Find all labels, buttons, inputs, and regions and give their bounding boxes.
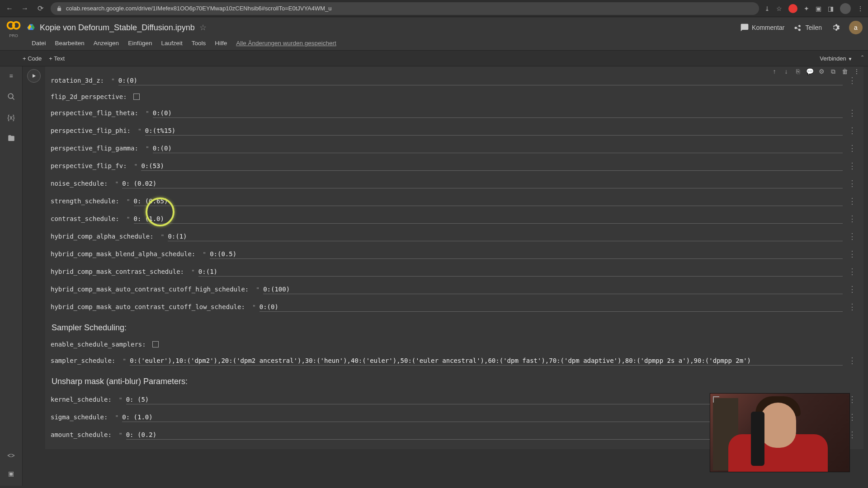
variables-icon[interactable]: {x} — [6, 113, 16, 122]
user-avatar[interactable]: a — [849, 21, 863, 34]
back-button[interactable]: ← — [5, 4, 14, 14]
connect-button[interactable]: Verbinden ▼ — [815, 53, 857, 64]
param-input[interactable] — [153, 144, 843, 153]
share-button[interactable]: Teilen — [793, 23, 822, 32]
param-input[interactable] — [210, 249, 843, 259]
quote-mark: " — [146, 145, 149, 152]
pro-badge: PRO — [5, 33, 22, 38]
param-input[interactable] — [263, 285, 843, 294]
search-icon[interactable] — [6, 92, 16, 102]
more-cell-icon[interactable]: ⋮ — [853, 67, 861, 75]
quote-mark: " — [127, 198, 130, 205]
menu-icon[interactable]: ⋮ — [857, 5, 863, 12]
move-down-icon[interactable]: ↓ — [782, 67, 790, 75]
form-cell: ↑ ↓ ⎘ 💬 ⚙ ⧉ 🗑 ⋮ rotation_3d_z:"⋮flip_2d_… — [23, 66, 863, 449]
profile-icon[interactable] — [840, 3, 851, 14]
param-menu-icon[interactable]: ⋮ — [846, 284, 858, 294]
param-row: sampler_schedule:"⋮ — [51, 350, 858, 368]
param-menu-icon[interactable]: ⋮ — [846, 108, 858, 118]
quote-mark: " — [111, 77, 115, 84]
star-icon[interactable]: ☆ — [199, 23, 207, 33]
param-input[interactable] — [118, 76, 843, 85]
param-menu-icon[interactable]: ⋮ — [846, 231, 858, 241]
panel-icon[interactable]: ◨ — [828, 5, 834, 12]
param-menu-icon[interactable]: ⋮ — [846, 126, 858, 136]
link-icon[interactable]: ⎘ — [794, 67, 802, 75]
param-input[interactable] — [141, 161, 843, 171]
delete-cell-icon[interactable]: 🗑 — [841, 67, 849, 75]
param-input[interactable] — [145, 126, 843, 136]
menu-insert[interactable]: Einfügen — [128, 40, 152, 47]
gear-icon[interactable] — [831, 23, 840, 32]
quote-mark: " — [191, 268, 195, 275]
param-menu-icon[interactable]: ⋮ — [846, 75, 858, 85]
reload-button[interactable]: ⟳ — [35, 4, 45, 14]
extension-icon[interactable] — [788, 4, 797, 13]
param-menu-icon[interactable]: ⋮ — [846, 249, 858, 259]
add-text-button[interactable]: + Text — [49, 55, 65, 62]
extensions-icon[interactable]: ✦ — [804, 5, 809, 12]
move-up-icon[interactable]: ↑ — [770, 67, 778, 75]
param-row: hybrid_comp_mask_auto_contrast_cutoff_lo… — [51, 296, 858, 314]
quote-mark: " — [134, 163, 138, 169]
save-status[interactable]: Alle Änderungen wurden gespeichert — [236, 40, 336, 47]
param-label: sigma_schedule: — [51, 413, 108, 421]
param-row: contrast_schedule:"⋮ — [51, 208, 858, 226]
comment-cell-icon[interactable]: 💬 — [806, 67, 814, 75]
forward-button[interactable]: → — [20, 4, 30, 14]
menu-file[interactable]: Datei — [32, 40, 46, 47]
terminal-icon[interactable]: ▣ — [6, 469, 16, 479]
param-menu-icon[interactable]: ⋮ — [846, 356, 858, 366]
menu-edit[interactable]: Bearbeiten — [55, 40, 85, 47]
toc-icon[interactable]: ≡ — [6, 71, 16, 81]
param-menu-icon[interactable]: ⋮ — [846, 143, 858, 153]
mirror-icon[interactable]: ⧉ — [829, 67, 837, 75]
param-input[interactable] — [134, 197, 843, 206]
param-menu-icon[interactable]: ⋮ — [846, 161, 858, 171]
param-menu-icon[interactable]: ⋮ — [846, 196, 858, 206]
install-icon[interactable]: ⤓ — [764, 5, 770, 12]
notebook-main[interactable]: ↑ ↓ ⎘ 💬 ⚙ ⧉ 🗑 ⋮ rotation_3d_z:"⋮flip_2d_… — [23, 66, 868, 486]
param-menu-icon[interactable]: ⋮ — [846, 267, 858, 277]
param-label: contrast_schedule: — [51, 215, 119, 222]
doc-title[interactable]: Kopie von Deforum_Stable_Diffusion.ipynb — [40, 23, 195, 33]
param-menu-icon[interactable]: ⋮ — [846, 214, 858, 224]
param-checkbox[interactable] — [152, 341, 159, 347]
param-input[interactable] — [168, 232, 843, 241]
add-code-button[interactable]: + Code — [23, 55, 42, 62]
param-row: noise_schedule:"⋮ — [51, 173, 858, 191]
param-menu-icon[interactable]: ⋮ — [846, 178, 858, 188]
param-input[interactable] — [134, 214, 843, 224]
files-icon[interactable] — [6, 133, 16, 143]
param-input[interactable] — [259, 302, 843, 312]
menu-tools[interactable]: Tools — [192, 40, 206, 47]
run-cell-button[interactable] — [27, 69, 41, 83]
menu-view[interactable]: Anzeigen — [94, 40, 119, 47]
code-snippets-icon[interactable]: <> — [6, 450, 16, 460]
colab-logo[interactable]: PRO — [5, 17, 22, 38]
sampler-heading: Sampler Scheduling: — [52, 323, 858, 333]
url-text: colab.research.google.com/drive/1IMefex8… — [66, 5, 332, 12]
browser-chrome: ← → ⟳ colab.research.google.com/drive/1I… — [0, 0, 868, 17]
param-input[interactable] — [198, 267, 843, 277]
param-input[interactable] — [130, 356, 843, 366]
menu-runtime[interactable]: Laufzeit — [161, 40, 182, 47]
comment-button[interactable]: Kommentar — [740, 23, 784, 32]
settings-cell-icon[interactable]: ⚙ — [817, 67, 826, 75]
param-menu-icon[interactable]: ⋮ — [846, 302, 858, 312]
quote-mark: " — [256, 286, 259, 293]
quote-mark: " — [119, 396, 123, 403]
param-checkbox[interactable] — [133, 94, 140, 100]
tab-icon[interactable]: ▣ — [816, 5, 821, 12]
notebook-toolbar: + Code + Text Verbinden ▼ ˆ — [0, 50, 868, 66]
expand-icon[interactable] — [713, 396, 719, 403]
param-input[interactable] — [153, 108, 843, 118]
quote-mark: " — [252, 304, 256, 310]
chevron-down-icon: ▼ — [848, 56, 852, 61]
param-input[interactable] — [122, 179, 843, 188]
menu-help[interactable]: Hilfe — [215, 40, 227, 47]
address-bar[interactable]: colab.research.google.com/drive/1IMefex8… — [51, 2, 759, 15]
chevron-up-icon[interactable]: ˆ — [861, 55, 863, 62]
webcam-overlay — [710, 393, 850, 472]
bookmark-icon[interactable]: ☆ — [776, 5, 782, 12]
